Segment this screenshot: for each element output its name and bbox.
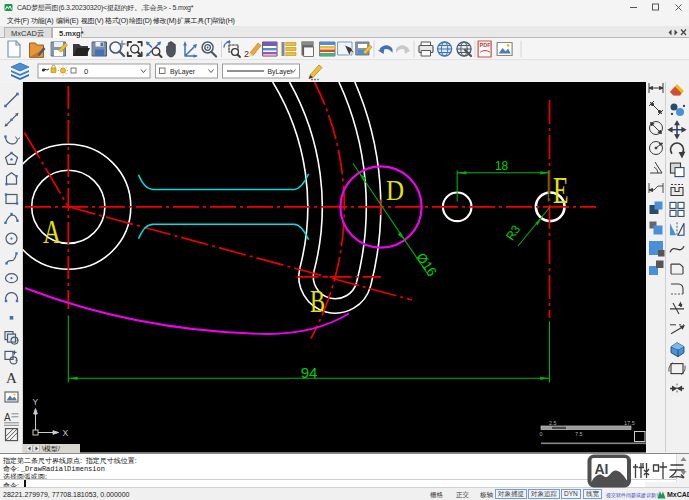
svg-text:0: 0: [84, 67, 88, 76]
svg-text:0: 0: [540, 431, 543, 437]
svg-text:A: A: [4, 412, 11, 423]
svg-text:B: B: [310, 284, 325, 319]
svg-text:E: E: [553, 170, 569, 211]
svg-text:ByLayer: ByLayer: [170, 68, 196, 76]
svg-text:18: 18: [495, 159, 509, 173]
svg-text:X: X: [63, 428, 69, 438]
svg-text:D: D: [386, 173, 404, 206]
svg-text:94: 94: [301, 364, 318, 381]
svg-text:2.5: 2.5: [549, 420, 557, 426]
svg-text:AI: AI: [594, 461, 608, 477]
svg-text:17.5: 17.5: [624, 420, 635, 426]
svg-text:ByLayer: ByLayer: [268, 68, 294, 76]
svg-text:PDF: PDF: [480, 42, 492, 48]
svg-text:Y: Y: [33, 397, 39, 407]
svg-text:A: A: [6, 370, 17, 386]
svg-text:7.5: 7.5: [575, 431, 583, 437]
svg-text:2: 2: [244, 49, 249, 59]
svg-text:A: A: [43, 214, 61, 250]
